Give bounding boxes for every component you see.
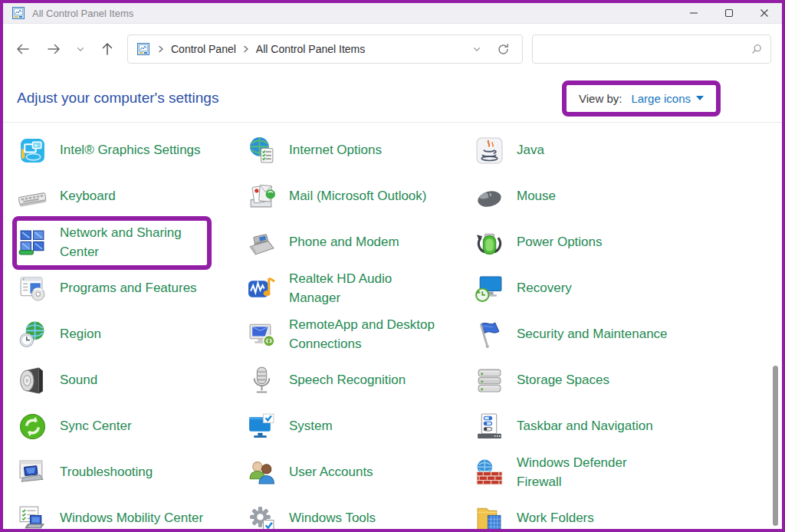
breadcrumb-segment-control-panel[interactable]: Control Panel	[169, 43, 238, 55]
security-maintenance-icon	[475, 320, 504, 349]
item-label: Network and Sharing Center	[60, 223, 182, 262]
control-panel-item-user-accounts[interactable]: User Accounts	[245, 449, 472, 495]
remoteapp-icon	[248, 320, 276, 349]
speech-recognition-icon	[248, 366, 276, 395]
item-label: Troubleshooting	[60, 462, 153, 482]
control-panel-item-work-folders[interactable]: Work Folders	[472, 495, 782, 529]
control-panel-icon	[137, 43, 149, 55]
internet-options-icon	[248, 136, 276, 165]
control-panel-item-sync-center[interactable]: Sync Center	[15, 403, 245, 449]
control-panel-item-sound[interactable]: Sound	[15, 357, 245, 403]
view-by-annotation-box: View by: Large icons	[562, 80, 721, 117]
scrollbar-thumb[interactable]	[773, 366, 778, 526]
control-panel-item-internet-options[interactable]: Internet Options	[245, 127, 472, 173]
item-label: Region	[60, 324, 101, 344]
address-bar[interactable]: Control Panel All Control Panel Items	[127, 34, 523, 64]
chevron-down-icon	[471, 44, 482, 54]
page-title: Adjust your computer's settings	[17, 90, 562, 107]
close-icon	[760, 8, 769, 18]
control-panel-item-windows-defender-firewall[interactable]: Windows Defender Firewall	[472, 449, 782, 495]
item-label: Speech Recognition	[289, 370, 406, 390]
item-label: Taskbar and Navigation	[517, 416, 653, 436]
item-label: Sync Center	[60, 416, 132, 436]
realtek-audio-icon	[248, 274, 276, 303]
refresh-button[interactable]	[490, 36, 516, 62]
phone-modem-icon	[248, 228, 276, 257]
view-by-value: Large icons	[631, 92, 691, 105]
control-panel-item-power-options[interactable]: Power Options	[472, 219, 782, 265]
forward-button[interactable]	[38, 34, 69, 64]
control-panel-item-mail-microsoft-outlook[interactable]: Mail (Microsoft Outlook)	[245, 173, 472, 219]
work-folders-icon	[475, 504, 504, 530]
maximize-icon	[724, 8, 734, 18]
control-panel-item-storage-spaces[interactable]: Storage Spaces	[472, 357, 782, 403]
titlebar: All Control Panel Items	[3, 3, 782, 24]
sound-icon	[18, 366, 47, 395]
item-label: Windows Mobility Center	[60, 508, 203, 528]
control-panel-item-windows-tools[interactable]: Windows Tools	[245, 495, 472, 529]
minimize-button[interactable]	[676, 3, 711, 23]
up-button[interactable]	[92, 34, 123, 64]
navigation-toolbar: Control Panel All Control Panel Items	[3, 24, 782, 74]
item-label: Security and Maintenance	[517, 324, 668, 344]
windows-mobility-center-icon	[18, 504, 47, 530]
control-panel-item-remoteapp-and-desktop-connections[interactable]: RemoteApp and Desktop Connections	[245, 311, 472, 357]
item-label: System	[289, 416, 333, 436]
control-panel-item-mouse[interactable]: Mouse	[472, 173, 782, 219]
address-dropdown-button[interactable]	[464, 36, 490, 62]
window-title: All Control Panel Items	[32, 8, 676, 19]
item-label: Java	[517, 140, 544, 160]
maximize-button[interactable]	[711, 3, 747, 23]
item-label: Mouse	[517, 186, 556, 206]
control-panel-item-intel-graphics-settings[interactable]: Intel® Graphics Settings	[15, 127, 245, 173]
minimize-icon	[689, 8, 698, 18]
item-label: Programs and Features	[60, 278, 197, 298]
control-panel-item-phone-and-modem[interactable]: Phone and Modem	[245, 219, 472, 265]
control-panel-item-realtek-hd-audio-manager[interactable]: Realtek HD Audio Manager	[245, 265, 472, 311]
recent-locations-button[interactable]	[69, 34, 92, 64]
control-panel-item-security-and-maintenance[interactable]: Security and Maintenance	[472, 311, 782, 357]
power-options-icon	[475, 228, 504, 257]
java-icon	[475, 136, 504, 165]
control-panel-item-recovery[interactable]: Recovery	[472, 265, 782, 311]
search-input[interactable]	[542, 42, 751, 56]
control-panel-item-windows-mobility-center[interactable]: Windows Mobility Center	[15, 495, 245, 529]
item-label: Storage Spaces	[517, 370, 609, 390]
keyboard-icon	[18, 182, 47, 211]
control-panel-item-system[interactable]: System	[245, 403, 472, 449]
item-label: Keyboard	[60, 186, 116, 206]
content-header: Adjust your computer's settings View by:…	[3, 74, 782, 122]
windows-defender-firewall-icon	[475, 458, 504, 487]
item-label: Realtek HD Audio Manager	[289, 269, 392, 308]
control-panel-item-region[interactable]: Region	[15, 311, 245, 357]
control-panel-item-programs-and-features[interactable]: Programs and Features	[15, 265, 245, 311]
breadcrumb-chevron-icon	[242, 45, 250, 53]
item-label: Work Folders	[517, 508, 594, 528]
control-panel-item-network-and-sharing-center[interactable]: Network and Sharing Center	[15, 219, 245, 265]
storage-spaces-icon	[475, 366, 504, 395]
item-label: Sound	[60, 370, 97, 390]
control-panel-item-troubleshooting[interactable]: Troubleshooting	[15, 449, 245, 495]
mouse-icon	[475, 182, 504, 211]
view-by-dropdown[interactable]: Large icons	[631, 92, 704, 105]
mail-icon	[248, 182, 276, 211]
back-button[interactable]	[8, 34, 38, 64]
control-panel-item-java[interactable]: Java	[472, 127, 782, 173]
breadcrumb-segment-all-items[interactable]: All Control Panel Items	[255, 43, 366, 55]
item-label: Windows Defender Firewall	[517, 453, 627, 492]
item-label: Windows Tools	[289, 508, 376, 528]
sync-center-icon	[18, 412, 47, 441]
close-button[interactable]	[747, 3, 782, 23]
item-label: Intel® Graphics Settings	[60, 140, 201, 160]
item-label: Power Options	[517, 232, 603, 252]
item-label: Internet Options	[289, 140, 382, 160]
refresh-icon	[497, 43, 510, 56]
control-panel-item-speech-recognition[interactable]: Speech Recognition	[245, 357, 472, 403]
network-sharing-icon	[18, 228, 47, 257]
view-by-label: View by:	[579, 92, 622, 105]
control-panel-item-keyboard[interactable]: Keyboard	[15, 173, 245, 219]
region-icon	[18, 320, 47, 349]
user-accounts-icon	[248, 458, 276, 487]
control-panel-item-taskbar-and-navigation[interactable]: Taskbar and Navigation	[472, 403, 782, 449]
scrollbar[interactable]	[772, 126, 779, 526]
